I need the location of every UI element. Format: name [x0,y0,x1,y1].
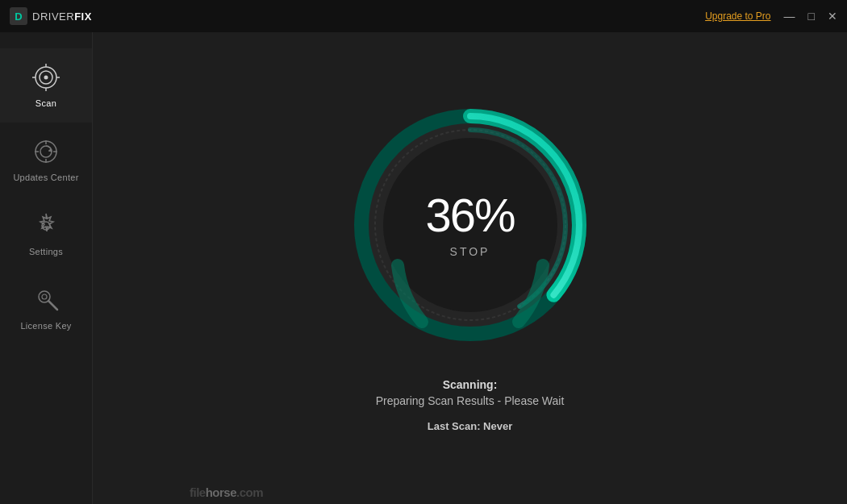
app-name: DRIVERFIX [32,10,92,23]
title-bar-right: Upgrade to Pro — □ ✕ [705,10,837,22]
sidebar-item-updates[interactable]: Updates Center [0,123,92,197]
scan-label: Scan [35,98,56,108]
updates-icon [31,137,60,166]
sidebar: Scan Updates Center Settings [0,32,93,504]
sidebar-item-scan[interactable]: Scan [0,48,92,123]
license-icon [31,285,60,314]
upgrade-link[interactable]: Upgrade to Pro [705,10,770,22]
app-logo: D DRIVERFIX [10,7,92,25]
watermark-text: filehorse.com [190,485,263,499]
last-scan-label: Last Scan: [428,420,481,432]
svg-point-4 [44,76,48,80]
scan-info: Scanning: Preparing Scan Results - Pleas… [376,378,565,432]
scan-icon [31,63,60,92]
stop-button[interactable]: STOP [425,245,514,258]
updates-label: Updates Center [13,173,78,182]
watermark: filehorse.com [190,485,263,499]
circle-center: 36% STOP [425,192,514,258]
maximize-button[interactable]: □ [808,10,815,22]
percent-display: 36% [425,192,514,239]
title-bar: D DRIVERFIX Upgrade to Pro — □ ✕ [0,0,847,32]
window-controls: — □ ✕ [784,10,837,22]
title-bar-left: D DRIVERFIX [10,7,92,25]
settings-icon [31,211,60,240]
scanning-detail: Preparing Scan Results - Please Wait [376,394,565,407]
app-logo-icon: D [10,7,27,25]
sidebar-item-settings[interactable]: Settings [0,197,92,271]
content-area: 36% STOP Scanning: Preparing Scan Result… [93,32,847,504]
license-label: License Key [20,321,71,331]
settings-label: Settings [29,247,63,256]
svg-line-17 [48,301,57,310]
svg-text:D: D [15,10,22,23]
main-layout: Scan Updates Center Settings [0,32,847,504]
last-scan-info: Last Scan: Never [376,420,565,432]
close-button[interactable]: ✕ [828,10,837,22]
minimize-button[interactable]: — [784,10,795,22]
scanning-label: Scanning: [376,378,565,391]
progress-circle: 36% STOP [349,104,591,346]
sidebar-item-license[interactable]: License Key [0,271,92,345]
last-scan-value: Never [483,420,512,432]
svg-point-18 [42,294,47,299]
